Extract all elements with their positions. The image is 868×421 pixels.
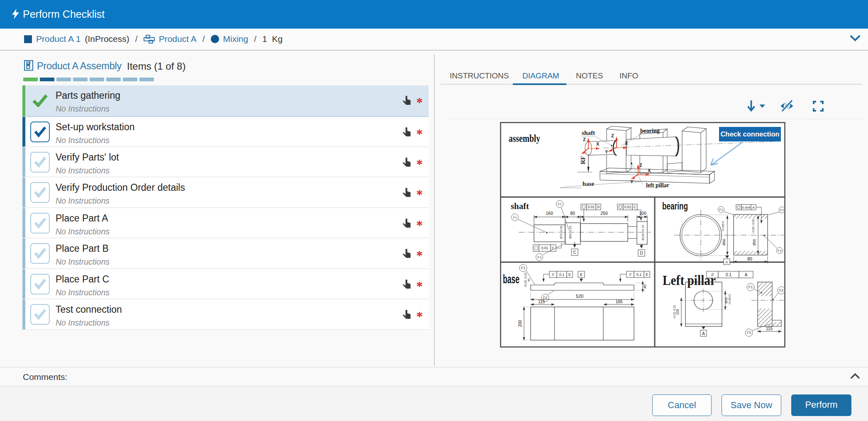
svg-text:shaft: shaft bbox=[511, 201, 529, 211]
svg-text:X: X bbox=[648, 168, 651, 173]
svg-text:F2: F2 bbox=[779, 288, 784, 292]
svg-text:A: A bbox=[702, 331, 705, 336]
svg-text:Ø70 -0.05: Ø70 -0.05 bbox=[560, 226, 563, 238]
svg-text:155: 155 bbox=[675, 309, 680, 315]
svg-text:520: 520 bbox=[576, 294, 583, 299]
svg-text:Check connection: Check connection bbox=[720, 130, 779, 138]
svg-text:+0.054 0: +0.054 0 bbox=[728, 294, 731, 305]
svg-text:F1: F1 bbox=[521, 266, 526, 270]
svg-text:Y: Y bbox=[605, 149, 608, 154]
svg-text:F1: F1 bbox=[719, 208, 723, 212]
svg-text:X: X bbox=[596, 141, 600, 146]
svg-text:0.01: 0.01 bbox=[588, 205, 595, 209]
svg-text:+0.20 -0.20: +0.20 -0.20 bbox=[524, 273, 527, 287]
svg-text:E: E bbox=[646, 273, 648, 277]
svg-text:200: 200 bbox=[518, 320, 522, 327]
svg-text:A: A bbox=[752, 206, 755, 209]
svg-text:RF: RF bbox=[580, 156, 586, 164]
svg-text:F2: F2 bbox=[558, 202, 562, 206]
svg-text:0.01: 0.01 bbox=[624, 205, 631, 209]
svg-text:Z: Z bbox=[639, 163, 642, 168]
svg-text:0.004: 0.004 bbox=[742, 206, 751, 209]
svg-text:165: 165 bbox=[616, 299, 623, 304]
svg-text:0.01: 0.01 bbox=[541, 246, 549, 250]
svg-text:F3: F3 bbox=[778, 249, 782, 253]
svg-text:D: D bbox=[597, 205, 600, 209]
svg-text:0.1: 0.1 bbox=[726, 273, 731, 277]
svg-text:115: 115 bbox=[766, 326, 773, 331]
svg-text:E: E bbox=[568, 273, 571, 277]
svg-text:A: A bbox=[745, 273, 748, 277]
svg-text:assembly: assembly bbox=[509, 132, 540, 144]
svg-text:bearing: bearing bbox=[640, 127, 660, 134]
svg-text:Ø100 +0.15: Ø100 +0.15 bbox=[641, 225, 644, 241]
svg-text:Ø95: Ø95 bbox=[752, 239, 756, 246]
svg-text:160: 160 bbox=[546, 211, 553, 216]
svg-text:0.1: 0.1 bbox=[559, 273, 565, 277]
svg-text:Ø60 -0.03: Ø60 -0.03 bbox=[569, 226, 572, 238]
svg-text:0.1: 0.1 bbox=[636, 273, 642, 277]
svg-text:Y: Y bbox=[630, 179, 634, 184]
svg-text:40: 40 bbox=[527, 278, 530, 282]
svg-text:250: 250 bbox=[600, 211, 608, 216]
svg-text:Z: Z bbox=[583, 137, 586, 142]
svg-text:80: 80 bbox=[747, 256, 752, 261]
svg-text:100: 100 bbox=[639, 211, 646, 216]
svg-text:base: base bbox=[503, 272, 519, 286]
svg-text:80: 80 bbox=[570, 211, 575, 216]
svg-text:A: A bbox=[725, 260, 728, 264]
svg-text:F1: F1 bbox=[513, 216, 517, 219]
svg-text:C: C bbox=[634, 205, 636, 209]
svg-text:C: C bbox=[573, 250, 576, 255]
svg-text:F2: F2 bbox=[780, 208, 784, 212]
svg-text:F3: F3 bbox=[747, 331, 751, 335]
svg-text:Ø95: Ø95 bbox=[724, 297, 728, 304]
svg-text:F3: F3 bbox=[537, 256, 541, 259]
svg-text:bearing: bearing bbox=[662, 200, 688, 212]
svg-text:E: E bbox=[580, 273, 583, 277]
svg-text://: // bbox=[552, 273, 554, 277]
svg-text:D: D bbox=[640, 251, 643, 256]
svg-text:base: base bbox=[583, 180, 594, 187]
svg-text://: // bbox=[629, 273, 631, 277]
svg-text:X: X bbox=[625, 141, 628, 146]
svg-text:shaft: shaft bbox=[582, 129, 595, 136]
svg-text:Ø90: Ø90 bbox=[722, 239, 726, 246]
svg-text:+0.035 0: +0.035 0 bbox=[722, 221, 724, 232]
svg-text:40: 40 bbox=[643, 285, 647, 289]
svg-text:+0.20 -0.20: +0.20 -0.20 bbox=[673, 305, 676, 319]
svg-text:Z: Z bbox=[611, 133, 614, 138]
svg-text:F1: F1 bbox=[749, 285, 753, 289]
svg-text:+0.09 +0.05: +0.09 +0.05 bbox=[752, 219, 755, 234]
svg-text:115: 115 bbox=[538, 299, 545, 304]
svg-text://: // bbox=[711, 273, 714, 277]
